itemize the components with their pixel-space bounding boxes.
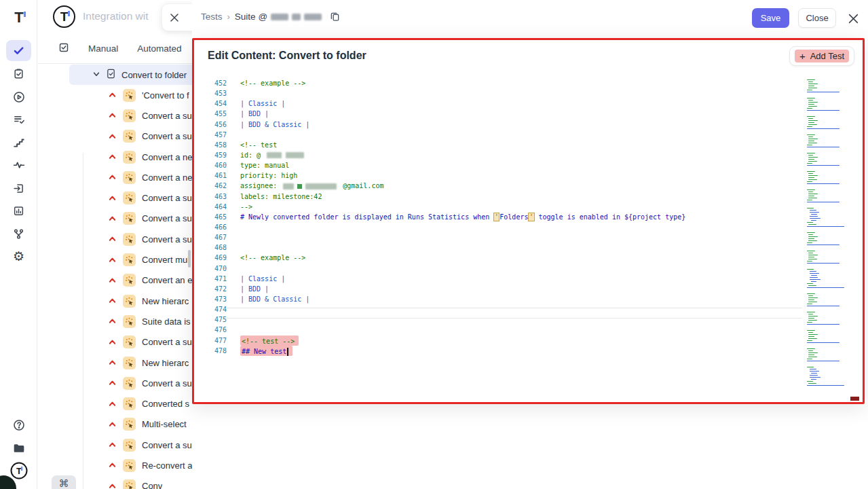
rail-item-results[interactable] <box>6 109 31 130</box>
line-number: 473 <box>202 294 227 304</box>
project-logo-icon: T <box>53 5 75 28</box>
rail-item-import[interactable] <box>6 178 31 199</box>
add-test-button[interactable]: + Add Test <box>789 46 854 66</box>
tree-row-label: Convert a su <box>142 234 192 244</box>
tab-manual[interactable]: Manual <box>88 43 118 54</box>
tree-row-label: Convert a ne <box>142 173 192 183</box>
line-number: 467 <box>202 232 227 242</box>
minimap-line <box>808 139 818 139</box>
rail-item-reports[interactable] <box>6 200 31 221</box>
close-icon[interactable] <box>848 14 858 26</box>
rail-item-integrations[interactable] <box>6 223 31 244</box>
editor-line-461: 461priority: high <box>202 170 812 181</box>
tree-row-label: Conv <box>142 481 162 489</box>
minimap-line <box>810 279 820 280</box>
tree-row[interactable]: Convert an e <box>38 270 192 291</box>
rail-item-steps[interactable] <box>6 132 31 153</box>
tree-row[interactable]: 'Convert to f <box>38 85 192 105</box>
code-editor[interactable]: 452<!-- example -->453454| Classic |455|… <box>202 78 812 356</box>
rail-item-docs[interactable] <box>6 437 31 458</box>
close-button[interactable]: Close <box>798 8 836 28</box>
priority-caret-icon <box>108 130 117 143</box>
tree-row[interactable]: Convert a su <box>38 105 192 126</box>
tree-row[interactable]: Re-convert a <box>38 455 192 475</box>
minimap-line <box>810 271 816 272</box>
code-span: <!-- example --> <box>240 254 305 261</box>
minimap-line <box>808 88 817 88</box>
minimap-line <box>808 141 814 141</box>
minimap-line <box>808 316 818 316</box>
rail-item-activity[interactable] <box>6 155 31 176</box>
minimap-line <box>808 355 814 355</box>
editor-line-452: 452<!-- example --> <box>202 78 812 88</box>
minimap-line <box>807 200 812 200</box>
code-text: type: manual <box>240 160 289 170</box>
flaky-test-icon <box>123 295 136 308</box>
code-text: <!-- example --> <box>240 78 305 88</box>
minimap-line <box>808 100 813 101</box>
minimap-line <box>807 189 815 190</box>
redacted-text <box>305 183 337 189</box>
tree-row[interactable]: Suite data is <box>38 311 192 331</box>
tree-row[interactable]: Convert a su <box>38 209 192 229</box>
steps-icon <box>13 137 25 149</box>
code-span: <!-- test --> <box>242 338 295 345</box>
tab-automated[interactable]: Automated <box>137 43 181 54</box>
minimap-line <box>807 244 839 245</box>
minimap-line <box>807 202 839 202</box>
minimap-line <box>807 108 812 109</box>
minimap-line <box>807 147 839 147</box>
minimap-line <box>807 116 815 117</box>
minimap-line <box>808 118 813 119</box>
rail-item-runs[interactable] <box>6 86 31 107</box>
editor-line-454: 454| Classic | <box>202 98 812 109</box>
tree-row-label: Convert mul <box>142 255 189 265</box>
breadcrumb-tests[interactable]: Tests <box>201 12 223 22</box>
minimap-line <box>807 98 815 98</box>
tree-row[interactable]: Convert mul <box>38 249 192 270</box>
tree-scrollbar[interactable] <box>188 250 191 268</box>
text-cursor <box>287 348 288 356</box>
tree-row[interactable]: Convert a su <box>38 435 192 455</box>
editor-minimap[interactable] <box>807 79 845 401</box>
tree-row-convert-to-folder[interactable]: Convert to folder <box>69 65 192 85</box>
minimap-block <box>807 98 845 111</box>
rail-item-tests[interactable] <box>6 40 31 61</box>
minimap-line <box>811 220 816 221</box>
tree-row[interactable]: Convert a su <box>38 332 192 352</box>
tree-row[interactable]: Multi-select <box>38 414 192 435</box>
rail-item-test-plans[interactable] <box>6 63 31 84</box>
copy-icon[interactable] <box>330 12 340 22</box>
code-span: --> <box>240 203 252 211</box>
minimap-line <box>808 194 818 194</box>
line-number: 457 <box>202 130 227 140</box>
flaky-test-icon <box>123 274 136 287</box>
tree-row[interactable]: New hierarc <box>38 291 192 311</box>
rail-item-help[interactable] <box>6 414 31 435</box>
minimap-line <box>807 361 839 361</box>
line-number: 459 <box>202 150 227 160</box>
tree-row[interactable]: Convert a su <box>38 373 192 393</box>
tree-row[interactable]: Convert a su <box>38 229 192 249</box>
popover-close-button[interactable] <box>162 3 192 31</box>
tree-row[interactable]: Convert a su <box>38 187 192 208</box>
rail-item-settings[interactable]: ⚙ <box>6 246 31 267</box>
gear-icon: ⚙ <box>13 250 24 264</box>
tree-row[interactable]: Convert a ne <box>38 147 192 167</box>
code-text: | BDD & Classic | <box>240 120 309 130</box>
minimap-line <box>811 373 817 374</box>
play-circle-icon <box>13 91 25 103</box>
minimap-line <box>807 385 844 386</box>
tree-row[interactable]: New hierarc <box>38 352 192 373</box>
editor-line-477: 477<!-- test --> <box>202 336 812 346</box>
tree-row[interactable]: Convert a ne <box>38 167 192 187</box>
tree-row[interactable]: Convert a su <box>38 126 192 147</box>
minimap-block <box>807 171 845 184</box>
tree-row[interactable]: Converted s <box>38 393 192 414</box>
close-icon <box>170 13 179 22</box>
save-button[interactable]: Save <box>752 8 789 28</box>
minimap-corner <box>850 397 859 401</box>
minimap-line <box>807 261 812 261</box>
flaky-test-icon <box>123 151 136 164</box>
priority-caret-icon <box>108 398 117 410</box>
